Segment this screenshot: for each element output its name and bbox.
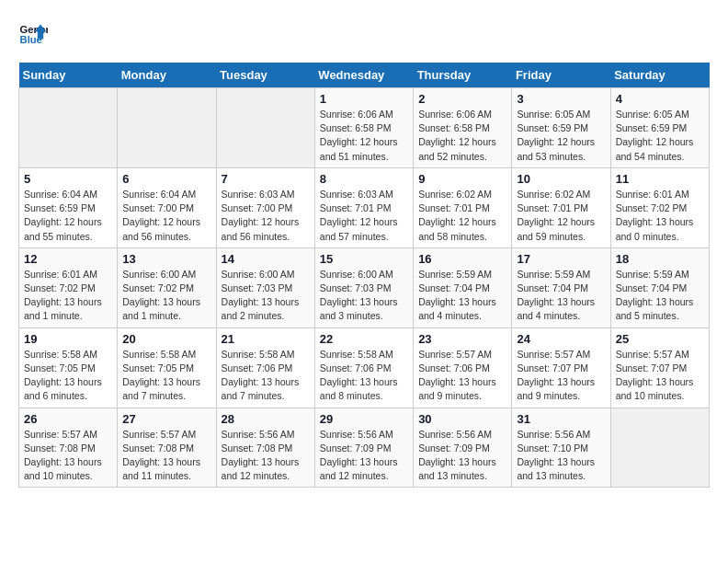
- day-cell: 29Sunrise: 5:56 AMSunset: 7:09 PMDayligh…: [314, 408, 413, 488]
- day-cell: 26Sunrise: 5:57 AMSunset: 7:08 PMDayligh…: [19, 408, 118, 488]
- day-cell: 12Sunrise: 6:01 AMSunset: 7:02 PMDayligh…: [19, 247, 118, 327]
- day-info: Sunrise: 6:06 AMSunset: 6:58 PMDaylight:…: [418, 108, 506, 164]
- day-cell: 15Sunrise: 6:00 AMSunset: 7:03 PMDayligh…: [314, 247, 413, 327]
- day-number: 30: [418, 412, 506, 426]
- day-info: Sunrise: 6:00 AMSunset: 7:03 PMDaylight:…: [222, 268, 310, 324]
- day-number: 21: [222, 332, 310, 346]
- week-row-2: 5Sunrise: 6:04 AMSunset: 6:59 PMDaylight…: [19, 167, 710, 247]
- day-info: Sunrise: 5:57 AMSunset: 7:07 PMDaylight:…: [517, 348, 605, 404]
- day-cell: 11Sunrise: 6:01 AMSunset: 7:02 PMDayligh…: [610, 167, 709, 247]
- day-info: Sunrise: 6:04 AMSunset: 6:59 PMDaylight:…: [24, 188, 112, 244]
- day-cell: 10Sunrise: 6:02 AMSunset: 7:01 PMDayligh…: [512, 167, 610, 247]
- day-cell: 7Sunrise: 6:03 AMSunset: 7:00 PMDaylight…: [216, 167, 314, 247]
- day-info: Sunrise: 6:01 AMSunset: 7:02 PMDaylight:…: [616, 188, 704, 244]
- day-number: 26: [24, 412, 112, 426]
- day-info: Sunrise: 5:58 AMSunset: 7:06 PMDaylight:…: [320, 348, 408, 404]
- day-number: 16: [418, 252, 506, 266]
- day-info: Sunrise: 6:03 AMSunset: 7:01 PMDaylight:…: [320, 188, 408, 244]
- day-cell: [216, 88, 314, 168]
- day-info: Sunrise: 5:57 AMSunset: 7:08 PMDaylight:…: [24, 428, 112, 484]
- week-row-1: 1Sunrise: 6:06 AMSunset: 6:58 PMDaylight…: [19, 88, 710, 168]
- day-cell: 28Sunrise: 5:56 AMSunset: 7:08 PMDayligh…: [216, 408, 314, 488]
- day-info: Sunrise: 5:57 AMSunset: 7:06 PMDaylight:…: [418, 348, 506, 404]
- weekday-header-tuesday: Tuesday: [216, 63, 314, 88]
- day-cell: 4Sunrise: 6:05 AMSunset: 6:59 PMDaylight…: [610, 88, 709, 168]
- day-cell: 2Sunrise: 6:06 AMSunset: 6:58 PMDaylight…: [414, 88, 512, 168]
- day-info: Sunrise: 5:59 AMSunset: 7:04 PMDaylight:…: [517, 268, 605, 324]
- day-cell: [118, 88, 216, 168]
- day-number: 12: [24, 252, 112, 266]
- day-cell: [610, 408, 709, 488]
- day-cell: 30Sunrise: 5:56 AMSunset: 7:09 PMDayligh…: [414, 408, 512, 488]
- day-info: Sunrise: 6:06 AMSunset: 6:58 PMDaylight:…: [320, 108, 408, 164]
- day-number: 31: [517, 412, 605, 426]
- day-number: 25: [616, 332, 704, 346]
- day-cell: 9Sunrise: 6:02 AMSunset: 7:01 PMDaylight…: [414, 167, 512, 247]
- weekday-header-friday: Friday: [512, 63, 610, 88]
- day-number: 6: [122, 172, 210, 186]
- day-cell: 19Sunrise: 5:58 AMSunset: 7:05 PMDayligh…: [19, 327, 118, 408]
- day-cell: 27Sunrise: 5:57 AMSunset: 7:08 PMDayligh…: [118, 408, 216, 488]
- day-info: Sunrise: 5:56 AMSunset: 7:08 PMDaylight:…: [222, 428, 310, 484]
- day-cell: 3Sunrise: 6:05 AMSunset: 6:59 PMDaylight…: [512, 88, 610, 168]
- day-cell: 1Sunrise: 6:06 AMSunset: 6:58 PMDaylight…: [314, 88, 413, 168]
- day-info: Sunrise: 5:56 AMSunset: 7:09 PMDaylight:…: [418, 428, 506, 484]
- day-info: Sunrise: 6:04 AMSunset: 7:00 PMDaylight:…: [122, 188, 210, 244]
- day-cell: 22Sunrise: 5:58 AMSunset: 7:06 PMDayligh…: [314, 327, 413, 408]
- weekday-header-thursday: Thursday: [414, 63, 512, 88]
- day-number: 15: [320, 252, 408, 266]
- week-row-5: 26Sunrise: 5:57 AMSunset: 7:08 PMDayligh…: [19, 408, 710, 488]
- day-number: 29: [320, 412, 408, 426]
- week-row-3: 12Sunrise: 6:01 AMSunset: 7:02 PMDayligh…: [19, 247, 710, 327]
- day-cell: 20Sunrise: 5:58 AMSunset: 7:05 PMDayligh…: [118, 327, 216, 408]
- day-number: 4: [616, 92, 704, 106]
- day-number: 20: [122, 332, 210, 346]
- day-number: 5: [24, 172, 112, 186]
- day-cell: 25Sunrise: 5:57 AMSunset: 7:07 PMDayligh…: [610, 327, 709, 408]
- day-info: Sunrise: 6:01 AMSunset: 7:02 PMDaylight:…: [24, 268, 112, 324]
- day-cell: 8Sunrise: 6:03 AMSunset: 7:01 PMDaylight…: [314, 167, 413, 247]
- day-number: 11: [616, 172, 704, 186]
- day-number: 28: [222, 412, 310, 426]
- day-cell: 13Sunrise: 6:00 AMSunset: 7:02 PMDayligh…: [118, 247, 216, 327]
- day-info: Sunrise: 5:58 AMSunset: 7:05 PMDaylight:…: [24, 348, 112, 404]
- day-number: 17: [517, 252, 605, 266]
- day-number: 1: [320, 92, 408, 106]
- day-cell: 18Sunrise: 5:59 AMSunset: 7:04 PMDayligh…: [610, 247, 709, 327]
- weekday-header-wednesday: Wednesday: [314, 63, 413, 88]
- day-number: 14: [222, 252, 310, 266]
- day-cell: 24Sunrise: 5:57 AMSunset: 7:07 PMDayligh…: [512, 327, 610, 408]
- day-info: Sunrise: 6:05 AMSunset: 6:59 PMDaylight:…: [616, 108, 704, 164]
- calendar-body: 1Sunrise: 6:06 AMSunset: 6:58 PMDaylight…: [19, 88, 710, 488]
- weekday-header-monday: Monday: [118, 63, 216, 88]
- day-number: 10: [517, 172, 605, 186]
- day-number: 24: [517, 332, 605, 346]
- day-number: 19: [24, 332, 112, 346]
- day-info: Sunrise: 5:56 AMSunset: 7:09 PMDaylight:…: [320, 428, 408, 484]
- day-number: 8: [320, 172, 408, 186]
- day-info: Sunrise: 5:58 AMSunset: 7:06 PMDaylight:…: [222, 348, 310, 404]
- weekday-row: SundayMondayTuesdayWednesdayThursdayFrid…: [19, 63, 710, 88]
- day-cell: 16Sunrise: 5:59 AMSunset: 7:04 PMDayligh…: [414, 247, 512, 327]
- day-cell: 6Sunrise: 6:04 AMSunset: 7:00 PMDaylight…: [118, 167, 216, 247]
- day-info: Sunrise: 6:02 AMSunset: 7:01 PMDaylight:…: [517, 188, 605, 244]
- day-number: 23: [418, 332, 506, 346]
- day-number: 7: [222, 172, 310, 186]
- day-cell: 31Sunrise: 5:56 AMSunset: 7:10 PMDayligh…: [512, 408, 610, 488]
- day-cell: 17Sunrise: 5:59 AMSunset: 7:04 PMDayligh…: [512, 247, 610, 327]
- day-info: Sunrise: 5:56 AMSunset: 7:10 PMDaylight:…: [517, 428, 605, 484]
- day-info: Sunrise: 5:59 AMSunset: 7:04 PMDaylight:…: [418, 268, 506, 324]
- day-info: Sunrise: 5:57 AMSunset: 7:07 PMDaylight:…: [616, 348, 704, 404]
- day-info: Sunrise: 6:00 AMSunset: 7:03 PMDaylight:…: [320, 268, 408, 324]
- calendar-table: SundayMondayTuesdayWednesdayThursdayFrid…: [18, 63, 710, 488]
- day-info: Sunrise: 6:00 AMSunset: 7:02 PMDaylight:…: [122, 268, 210, 324]
- day-info: Sunrise: 5:59 AMSunset: 7:04 PMDaylight:…: [616, 268, 704, 324]
- day-number: 22: [320, 332, 408, 346]
- logo: General Blue: [18, 18, 51, 48]
- day-info: Sunrise: 6:03 AMSunset: 7:00 PMDaylight:…: [222, 188, 310, 244]
- day-info: Sunrise: 5:57 AMSunset: 7:08 PMDaylight:…: [122, 428, 210, 484]
- day-cell: 14Sunrise: 6:00 AMSunset: 7:03 PMDayligh…: [216, 247, 314, 327]
- week-row-4: 19Sunrise: 5:58 AMSunset: 7:05 PMDayligh…: [19, 327, 710, 408]
- day-info: Sunrise: 6:05 AMSunset: 6:59 PMDaylight:…: [517, 108, 605, 164]
- day-number: 27: [122, 412, 210, 426]
